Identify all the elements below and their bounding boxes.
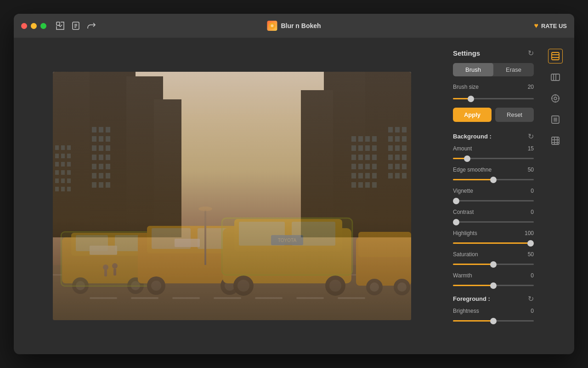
brush-size-slider-container <box>447 91 539 106</box>
apply-button[interactable]: Apply <box>453 108 492 122</box>
svg-rect-40 <box>92 173 96 178</box>
svg-rect-93 <box>214 297 241 299</box>
zoom-icon[interactable] <box>548 70 563 85</box>
svg-rect-38 <box>99 164 103 169</box>
edge-smoothness-slider-container <box>447 173 539 185</box>
warmth-row: Warmth 0 <box>447 270 539 279</box>
contrast-slider[interactable] <box>453 221 534 223</box>
svg-rect-59 <box>358 164 363 169</box>
import-icon[interactable] <box>56 21 65 30</box>
vignette-row: Vignette 0 <box>447 185 539 194</box>
svg-rect-86 <box>395 173 400 178</box>
svg-rect-36 <box>106 155 110 160</box>
svg-rect-139 <box>552 52 559 60</box>
svg-rect-51 <box>358 145 363 151</box>
svg-rect-96 <box>338 297 365 299</box>
svg-rect-27 <box>106 127 110 132</box>
close-button[interactable] <box>21 23 27 29</box>
svg-rect-57 <box>372 155 377 160</box>
highlights-slider[interactable] <box>453 242 534 244</box>
target-icon[interactable] <box>548 91 563 106</box>
minimize-button[interactable] <box>31 23 37 29</box>
svg-rect-128 <box>358 232 411 257</box>
settings-sidebar: Settings ↻ Brush Erase Brush size 20 App… <box>447 45 539 347</box>
apply-reset-row: Apply Reset <box>447 106 539 128</box>
app-icon <box>267 21 277 31</box>
svg-rect-74 <box>395 136 400 142</box>
rate-us-label: RATE US <box>541 23 567 29</box>
foreground-refresh-icon[interactable]: ↻ <box>528 294 534 303</box>
svg-rect-155 <box>552 137 559 144</box>
svg-rect-26 <box>99 127 103 132</box>
saturation-slider-container <box>447 258 539 270</box>
rate-us-button[interactable]: ♥ RATE US <box>534 22 567 30</box>
svg-point-135 <box>112 263 118 269</box>
svg-rect-62 <box>351 173 356 178</box>
svg-point-130 <box>370 282 379 292</box>
saturation-label: Saturation <box>453 251 478 258</box>
warmth-label: Warmth <box>453 272 472 279</box>
crop-icon[interactable] <box>548 49 563 63</box>
svg-rect-134 <box>104 270 107 276</box>
svg-rect-81 <box>402 155 407 160</box>
warmth-value: 0 <box>531 272 534 279</box>
svg-point-145 <box>552 95 559 102</box>
photo-container[interactable]: TOYOTA <box>53 72 411 320</box>
titlebar-tools <box>56 21 96 30</box>
vignette-slider[interactable] <box>453 200 534 201</box>
saturation-value: 50 <box>528 251 534 258</box>
svg-rect-37 <box>92 164 96 169</box>
brightness-value: 0 <box>531 308 534 314</box>
refresh-icon[interactable]: ↻ <box>528 49 534 58</box>
svg-rect-47 <box>358 136 363 142</box>
titlebar-center: Blur n Bokeh <box>267 21 321 31</box>
app-title: Blur n Bokeh <box>281 22 321 29</box>
svg-rect-137 <box>204 210 206 265</box>
warmth-slider[interactable] <box>453 285 534 286</box>
brush-size-slider[interactable] <box>453 98 534 99</box>
svg-rect-70 <box>388 127 393 132</box>
background-refresh-icon[interactable]: ↻ <box>528 132 534 141</box>
svg-rect-84 <box>402 164 407 169</box>
svg-rect-14 <box>61 162 65 167</box>
amount-slider[interactable] <box>453 158 534 159</box>
svg-rect-60 <box>365 164 370 169</box>
svg-rect-29 <box>99 136 103 142</box>
saturation-row: Saturation 50 <box>447 248 539 258</box>
svg-rect-79 <box>388 155 393 160</box>
svg-rect-72 <box>402 127 407 132</box>
maximize-button[interactable] <box>40 23 46 29</box>
highlights-label: Highlights <box>453 230 477 236</box>
foreground-section-header: Foreground : ↻ <box>447 291 539 305</box>
brightness-row: Brightness 0 <box>447 305 539 314</box>
svg-point-146 <box>554 97 557 100</box>
grid-icon[interactable] <box>548 133 563 148</box>
edge-smoothness-slider[interactable] <box>453 179 534 180</box>
svg-rect-10 <box>55 154 59 158</box>
svg-rect-41 <box>99 173 103 178</box>
edge-smoothness-value: 50 <box>528 167 534 173</box>
share-icon[interactable] <box>87 21 96 30</box>
highlights-slider-container <box>447 236 539 248</box>
svg-rect-61 <box>372 164 377 169</box>
reset-button[interactable]: Reset <box>495 108 534 122</box>
traffic-lights <box>21 23 46 29</box>
document-icon[interactable] <box>71 21 80 30</box>
svg-rect-90 <box>90 297 117 299</box>
svg-rect-8 <box>61 145 65 150</box>
list-icon[interactable] <box>548 112 563 127</box>
svg-rect-142 <box>551 74 560 80</box>
svg-rect-31 <box>92 145 96 151</box>
svg-rect-43 <box>92 182 96 188</box>
svg-rect-69 <box>372 182 377 188</box>
brightness-slider[interactable] <box>453 320 534 322</box>
brush-toggle[interactable]: Brush <box>453 63 493 76</box>
settings-header: Settings ↻ <box>447 45 539 63</box>
saturation-slider[interactable] <box>453 264 534 265</box>
svg-rect-39 <box>106 164 110 169</box>
svg-rect-83 <box>395 164 400 169</box>
erase-toggle[interactable]: Erase <box>493 63 534 76</box>
amount-label: Amount <box>453 145 472 152</box>
svg-rect-12 <box>67 154 71 158</box>
svg-rect-58 <box>351 164 356 169</box>
